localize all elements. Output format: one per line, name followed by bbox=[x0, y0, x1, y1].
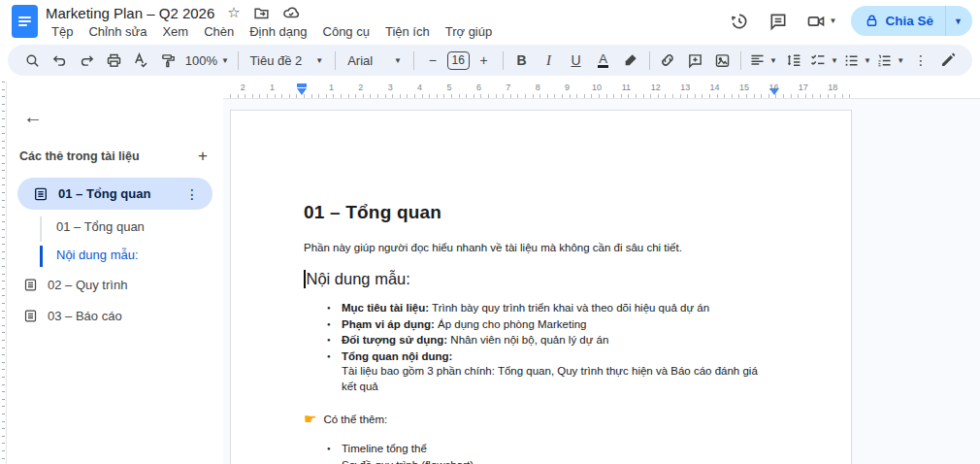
insert-image-icon[interactable] bbox=[709, 48, 735, 73]
ruler-number: 12 bbox=[651, 83, 661, 92]
bold-button[interactable]: B bbox=[509, 48, 535, 73]
line-spacing-icon[interactable] bbox=[781, 48, 806, 73]
formatting-toolbar: 100% ▼ Tiêu đề 2 ▼ Arial ▼ − 16 + B I U … bbox=[8, 45, 972, 76]
ruler-scale: 21123456789101112131415161718 bbox=[230, 82, 851, 98]
numbered-list-select[interactable]: ▼ bbox=[875, 48, 906, 73]
bulleted-list-caret-icon: ▼ bbox=[864, 56, 871, 65]
video-call-icon[interactable]: ▼ bbox=[802, 7, 841, 36]
zoom-select[interactable]: 100% ▼ bbox=[182, 48, 232, 73]
share-button-label: Chia Sẻ bbox=[886, 14, 934, 28]
document-title[interactable]: Marketing Plan – Q2 2026 bbox=[46, 5, 214, 21]
ruler-number: 16 bbox=[768, 83, 778, 92]
menu-help[interactable]: Trợ giúp bbox=[438, 22, 501, 41]
google-docs-logo-icon[interactable] bbox=[12, 5, 38, 38]
font-family-select[interactable]: Arial ▼ bbox=[342, 48, 408, 73]
doc-intro-paragraph[interactable]: Phần này giúp người đọc hiểu nhanh về tà… bbox=[304, 242, 775, 253]
ruler-number: 7 bbox=[506, 83, 510, 92]
toolbar-divider bbox=[649, 51, 650, 70]
text-color-button[interactable]: A bbox=[591, 48, 616, 73]
italic-button[interactable]: I bbox=[537, 48, 562, 73]
tabs-header-label: Các thẻ trong tài liệu bbox=[19, 149, 140, 163]
doc-bullet-list: Mục tiêu tài liệu: Trình bày quy trình t… bbox=[304, 300, 775, 394]
doc-bullet-item[interactable]: Phạm vi áp dụng: Áp dụng cho phòng Marke… bbox=[342, 316, 775, 333]
decrease-font-size-button[interactable]: − bbox=[420, 48, 445, 73]
ruler-number: 10 bbox=[592, 83, 602, 92]
document-canvas: 01 – Tổng quan Phần này giúp người đọc h… bbox=[223, 98, 980, 464]
doc-bullet-list-2: Timeline tổng thể Sơ đồ quy trình (flowc… bbox=[304, 441, 775, 464]
paint-format-icon[interactable] bbox=[155, 48, 180, 73]
cloud-saved-icon[interactable] bbox=[282, 4, 300, 21]
comments-icon[interactable] bbox=[764, 7, 793, 36]
left-indent-marker[interactable] bbox=[297, 88, 307, 95]
toolbar-divider bbox=[238, 51, 239, 70]
star-icon[interactable]: ☆ bbox=[227, 4, 240, 21]
ruler-number: 3 bbox=[388, 83, 393, 92]
doc-heading-2[interactable]: Nội dung mẫu: bbox=[307, 270, 410, 288]
doc-note-line[interactable]: ☛ Có thể thêm: bbox=[304, 411, 775, 428]
menu-insert[interactable]: Chèn bbox=[196, 22, 242, 41]
font-caret-icon: ▼ bbox=[394, 56, 402, 65]
doc-note-text: Có thể thêm: bbox=[323, 414, 387, 425]
menu-edit[interactable]: Chỉnh sửa bbox=[81, 22, 154, 41]
first-line-indent-marker[interactable] bbox=[297, 83, 307, 87]
doc-heading-1[interactable]: 01 – Tổng quan bbox=[304, 202, 775, 223]
ruler-number: 15 bbox=[739, 83, 749, 92]
doc-bullet-item[interactable]: Timeline tổng thể bbox=[342, 441, 775, 457]
tab-label: 03 – Báo cáo bbox=[48, 309, 122, 323]
more-options-icon[interactable]: ⋮ bbox=[908, 48, 933, 73]
outline-item-heading2[interactable]: Nội dung mẫu: bbox=[56, 248, 139, 262]
sidebar-tab-01-tong-quan[interactable]: 01 – Tổng quan ⋮ bbox=[17, 178, 212, 210]
tab-options-kebab-icon[interactable]: ⋮ bbox=[181, 186, 203, 202]
add-tab-button[interactable]: + bbox=[190, 147, 215, 166]
move-to-folder-icon[interactable] bbox=[253, 5, 270, 21]
share-dropdown-caret[interactable]: ▼ bbox=[946, 6, 972, 36]
print-icon[interactable] bbox=[101, 48, 126, 73]
ruler-number: 1 bbox=[329, 83, 334, 92]
doc-bullet-item[interactable]: Sơ đồ quy trình (flowchart) bbox=[342, 457, 775, 464]
ruler-number: 18 bbox=[828, 83, 837, 92]
font-size-input[interactable]: 16 bbox=[447, 51, 470, 70]
undo-icon[interactable] bbox=[47, 48, 72, 73]
checklist-caret-icon: ▼ bbox=[831, 56, 838, 65]
share-button[interactable]: Chia Sẻ bbox=[851, 6, 946, 36]
search-menus-icon[interactable] bbox=[19, 48, 45, 73]
menu-format[interactable]: Định dạng bbox=[242, 22, 314, 41]
sidebar-tab-02-quy-trinh[interactable]: 02 – Quy trình bbox=[23, 278, 127, 292]
back-arrow-icon[interactable]: ← bbox=[23, 106, 43, 128]
version-history-icon[interactable] bbox=[725, 7, 754, 36]
menu-tools[interactable]: Công cụ bbox=[315, 22, 377, 41]
active-tab-label: 01 – Tổng quan bbox=[58, 186, 181, 201]
menu-view[interactable]: Xem bbox=[154, 22, 196, 41]
ruler-number: 9 bbox=[565, 83, 570, 92]
editing-mode-pencil-icon[interactable] bbox=[935, 48, 961, 73]
increase-font-size-button[interactable]: + bbox=[472, 48, 497, 73]
spell-check-icon[interactable] bbox=[128, 48, 153, 73]
outline-item-heading1[interactable]: 01 – Tổng quan bbox=[56, 219, 145, 234]
outline-active-indicator bbox=[40, 246, 43, 267]
checklist-select[interactable]: ▼ bbox=[808, 48, 839, 73]
doc-bullet-item[interactable]: Đối tượng sử dụng: Nhân viên nội bộ, quả… bbox=[342, 332, 775, 348]
ruler-number: 17 bbox=[799, 83, 808, 92]
bulleted-list-select[interactable]: ▼ bbox=[841, 48, 872, 73]
ruler-number: 4 bbox=[417, 83, 422, 92]
document-tabs-sidebar: ← Các thẻ trong tài liệu + 01 – Tổng qua… bbox=[8, 98, 223, 464]
align-caret-icon: ▼ bbox=[769, 56, 777, 65]
align-left-select[interactable]: ▼ bbox=[747, 48, 778, 73]
doc-bullet-continuation: kết quả bbox=[342, 380, 775, 395]
underline-button[interactable]: U bbox=[564, 48, 589, 73]
highlight-color-icon[interactable] bbox=[618, 48, 643, 73]
insert-link-icon[interactable] bbox=[655, 48, 680, 73]
document-page[interactable]: 01 – Tổng quan Phần này giúp người đọc h… bbox=[230, 110, 852, 464]
doc-bullet-item[interactable]: Tổng quan nội dung: Tài liệu bao gồm 3 p… bbox=[342, 348, 775, 395]
add-comment-icon[interactable] bbox=[682, 48, 707, 73]
toolbar-divider bbox=[740, 51, 741, 70]
doc-bullet-item[interactable]: Mục tiêu tài liệu: Trình bày quy trình t… bbox=[342, 300, 775, 316]
toolbar-divider bbox=[413, 51, 414, 70]
style-caret-icon: ▼ bbox=[315, 56, 323, 65]
sidebar-tab-03-bao-cao[interactable]: 03 – Báo cáo bbox=[23, 309, 122, 323]
menu-file[interactable]: Tệp bbox=[44, 22, 81, 41]
menu-extensions[interactable]: Tiện ích bbox=[377, 22, 438, 41]
redo-icon[interactable] bbox=[74, 48, 99, 73]
paragraph-style-select[interactable]: Tiêu đề 2 ▼ bbox=[245, 48, 330, 73]
ruler-number: 2 bbox=[358, 83, 363, 92]
